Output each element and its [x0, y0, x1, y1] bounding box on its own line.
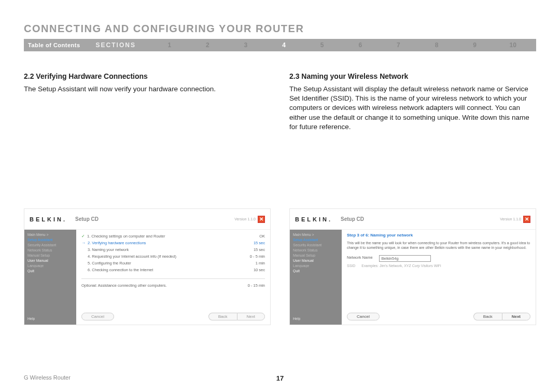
table-row: 4. Requesting your Internet account info… — [81, 253, 265, 260]
sidebar-item-quit[interactable]: Quit — [293, 269, 339, 273]
sidebar-item-setup-assistant[interactable]: Setup Assistant — [293, 238, 339, 242]
sidebar-item-user-manual[interactable]: User Manual — [27, 259, 73, 262]
shot2-step-heading: Step 3 of 6: Naming your network — [347, 233, 530, 237]
nav-section-7[interactable]: 7 — [380, 41, 418, 49]
ssid-label: SSID — [347, 264, 355, 268]
optional-estimate: 0 - 15 min — [248, 283, 265, 288]
table-row: 6. Checking connection to the Internet 1… — [81, 267, 265, 273]
optional-row: Optional: Assistance connecting other co… — [81, 278, 265, 288]
column-left: 2.2 Verifying Hardware Connections The S… — [24, 72, 271, 132]
nav-section-10[interactable]: 10 — [494, 41, 532, 49]
body-text-right: The Setup Assistant will display the def… — [289, 85, 536, 132]
table-row: 3. Naming your network 15 sec — [81, 246, 265, 253]
sidebar-item-help[interactable]: Help — [293, 317, 300, 320]
nav-section-1[interactable]: 1 — [150, 41, 189, 49]
step-estimate: 15 sec — [254, 247, 265, 252]
screenshot-verify-hardware: BELKIN. Setup CD Version 1.1.0 ✕ Main Me… — [24, 208, 271, 325]
sidebar-item-setup-assistant[interactable]: Setup Assistant — [27, 238, 73, 242]
nav-section-5[interactable]: 5 — [303, 41, 341, 49]
shot1-header: BELKIN. Setup CD Version 1.1.0 ✕ — [24, 209, 270, 230]
screenshot-naming-network: BELKIN. Setup CD Version 1.1.0 ✕ Main Me… — [289, 208, 536, 325]
heading-2-3: 2.3 Naming your Wireless Network — [289, 72, 536, 80]
cancel-button[interactable]: Cancel — [347, 313, 380, 320]
ssid-examples: Examples: Jim's Network, XYZ Corp Visito… — [361, 264, 441, 268]
step-estimate: OK — [259, 234, 265, 239]
shot2-description: This will be the name you will look for … — [347, 241, 530, 250]
step-estimate: 10 sec — [254, 268, 265, 272]
cancel-button[interactable]: Cancel — [81, 313, 114, 320]
sidebar-item-security-assistant[interactable]: Security Assistant — [293, 243, 339, 247]
next-button[interactable]: Next — [502, 313, 530, 320]
body-text-left: The Setup Assistant will now verify your… — [24, 85, 271, 94]
shot1-sidebar: Main Menu > Setup Assistant Security Ass… — [24, 230, 76, 325]
shot1-steps-table: ✓1. Checking settings on computer and Ro… — [81, 233, 265, 288]
back-button[interactable]: Back — [208, 313, 237, 320]
column-right: 2.3 Naming your Wireless Network The Set… — [289, 72, 536, 132]
belkin-logo: BELKIN. — [30, 216, 67, 222]
sidebar-item-language[interactable]: Language — [27, 264, 73, 268]
check-icon: ✓ — [81, 234, 85, 239]
next-button[interactable]: Next — [237, 313, 265, 320]
section-nav-bar: Table of Contents SECTIONS 1 2 3 4 5 6 7… — [24, 39, 536, 51]
shot2-header: BELKIN. Setup CD Version 1.1.0 ✕ — [290, 209, 536, 230]
sidebar-item-main-menu[interactable]: Main Menu > — [27, 233, 73, 236]
close-icon[interactable]: ✕ — [523, 216, 530, 223]
sidebar-item-security-assistant[interactable]: Security Assistant — [27, 243, 73, 247]
shot2-version-label: Version 1.1.0 — [500, 217, 521, 221]
page-number: 17 — [276, 374, 284, 382]
belkin-logo: BELKIN. — [295, 216, 332, 222]
shot2-app-title: Setup CD — [341, 216, 364, 222]
shot1-version-label: Version 1.1.0 — [234, 217, 256, 221]
close-icon[interactable]: ✕ — [258, 216, 265, 223]
page-footer: G Wireless Router 17 — [24, 374, 536, 381]
nav-toc-link[interactable]: Table of Contents — [28, 42, 80, 48]
page-title: CONNECTING AND CONFIGURING YOUR ROUTER — [24, 23, 536, 35]
sidebar-item-network-status[interactable]: Network Status — [293, 248, 339, 252]
step-estimate: 15 sec — [254, 241, 265, 245]
sidebar-item-manual-setup[interactable]: Manual Setup — [27, 254, 73, 257]
nav-section-3[interactable]: 3 — [227, 41, 265, 49]
step-estimate: 0 - 5 min — [250, 254, 265, 259]
nav-section-9[interactable]: 9 — [456, 41, 494, 49]
nav-section-2[interactable]: 2 — [189, 41, 227, 49]
shot1-content: ✓1. Checking settings on computer and Ro… — [76, 230, 270, 325]
shot2-content: Step 3 of 6: Naming your network This wi… — [342, 230, 536, 325]
sidebar-item-network-status[interactable]: Network Status — [27, 248, 73, 252]
back-button[interactable]: Back — [473, 313, 502, 320]
sidebar-item-main-menu[interactable]: Main Menu > — [293, 233, 339, 236]
sidebar-item-quit[interactable]: Quit — [27, 269, 73, 273]
table-row: 5. Configuring the Router 1 min — [81, 260, 265, 267]
step-estimate: 1 min — [256, 261, 265, 265]
table-row: ✓1. Checking settings on computer and Ro… — [81, 233, 265, 240]
network-name-label: Network Name — [347, 255, 373, 260]
nav-section-4[interactable]: 4 — [265, 41, 303, 49]
nav-section-6[interactable]: 6 — [341, 41, 380, 49]
shot1-app-title: Setup CD — [75, 216, 99, 222]
nav-section-8[interactable]: 8 — [417, 41, 456, 49]
sidebar-item-manual-setup[interactable]: Manual Setup — [293, 254, 339, 257]
optional-label: Optional: Assistance connecting other co… — [81, 283, 167, 288]
heading-2-2: 2.2 Verifying Hardware Connections — [24, 72, 271, 80]
sidebar-item-help[interactable]: Help — [27, 317, 35, 320]
footer-product-name: G Wireless Router — [24, 374, 71, 381]
sidebar-item-language[interactable]: Language — [293, 264, 339, 268]
table-row: →2. Verifying hardware connections 15 se… — [81, 240, 265, 246]
sidebar-item-user-manual[interactable]: User Manual — [293, 259, 339, 262]
arrow-right-icon: → — [81, 241, 86, 245]
shot2-sidebar: Main Menu > Setup Assistant Security Ass… — [290, 230, 342, 325]
network-name-input[interactable]: Belkin54g — [379, 255, 431, 262]
nav-sections-label: SECTIONS — [96, 41, 136, 49]
